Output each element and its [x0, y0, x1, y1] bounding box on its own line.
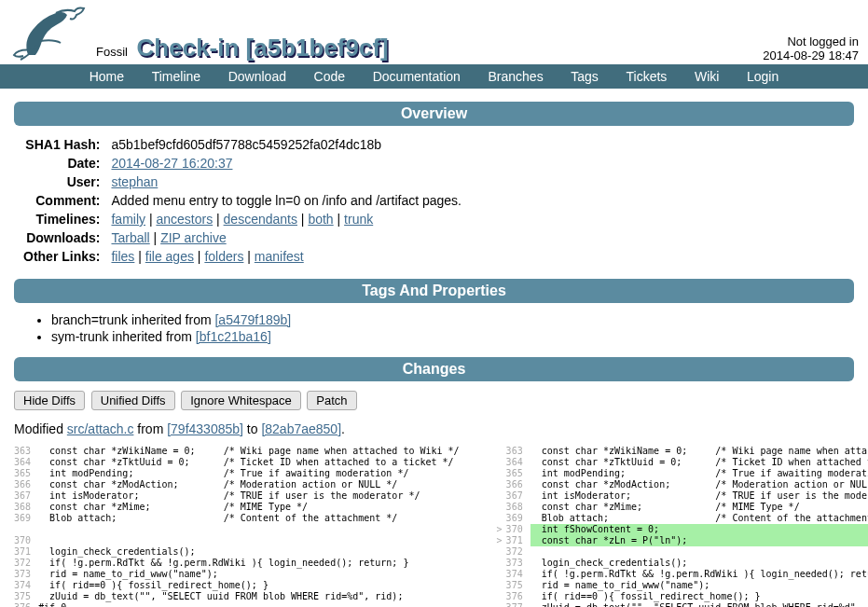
diff-left-code: const char *zWikiName = 0; /* Wiki page … [38, 446, 460, 607]
nav-branches[interactable]: Branches [489, 69, 544, 84]
header: Fossil Check-in [a5b1bef9cf] Not logged … [0, 0, 868, 64]
diff-view: 363364365366367368369 370371372373374375… [14, 446, 854, 607]
downloads-value: Tarball | ZIP archive [111, 228, 467, 247]
ol-files[interactable]: files [111, 249, 134, 264]
nav-code[interactable]: Code [314, 69, 345, 84]
downloads-label: Downloads: [23, 228, 111, 247]
diff-left-linenums: 363364365366367368369 370371372373374375… [14, 446, 38, 607]
logo-area: Fossil Check-in [a5b1bef9cf] [9, 4, 389, 64]
overview-header: Overview [14, 102, 854, 126]
nav-login[interactable]: Login [747, 69, 778, 84]
comment-value: Added menu entry to toggle ln=0 on /info… [111, 191, 467, 210]
main-nav: Home Timeline Download Code Documentatio… [0, 64, 868, 89]
fossil-logo-icon [9, 4, 89, 64]
diff-controls: Hide Diffs Unified Diffs Ignore Whitespa… [14, 391, 854, 410]
ol-folders[interactable]: folders [204, 249, 243, 264]
nav-wiki[interactable]: Wiki [695, 69, 719, 84]
changes-header: Changes [14, 357, 854, 381]
tl-both[interactable]: both [308, 212, 333, 227]
date-label: Date: [23, 154, 111, 172]
timelines-value: family | ancestors | descendants | both … [111, 210, 467, 228]
tag-branch-hash[interactable]: [a5479f189b] [214, 312, 291, 327]
overview-table: SHA1 Hash: a5b1bef9cfd605df57788c5459252… [23, 135, 467, 266]
other-links-value: files | file ages | folders | manifest [111, 247, 467, 266]
fossil-label: Fossil [96, 45, 128, 59]
comment-label: Comment: [23, 191, 111, 210]
page-title: Check-in [a5b1bef9cf] [137, 34, 389, 62]
nav-download[interactable]: Download [228, 69, 286, 84]
to-hash-link[interactable]: [82ab7ae850] [261, 421, 341, 436]
tl-descendants[interactable]: descendants [224, 212, 297, 227]
dl-tarball[interactable]: Tarball [111, 230, 149, 245]
modified-file-link[interactable]: src/attach.c [67, 421, 134, 436]
nav-timeline[interactable]: Timeline [152, 69, 200, 84]
diff-right: >> 3633643653663673683693703713723733743… [497, 446, 868, 607]
not-logged-in: Not logged in [763, 34, 859, 48]
timelines-label: Timelines: [23, 210, 111, 228]
ol-manifest[interactable]: manifest [255, 249, 304, 264]
dl-zip[interactable]: ZIP archive [160, 230, 227, 245]
sha1-label: SHA1 Hash: [23, 135, 111, 154]
server-time: 2014-08-29 18:47 [763, 48, 859, 62]
tag-sym-hash[interactable]: [bf1c21ba16] [196, 329, 271, 344]
tl-trunk[interactable]: trunk [344, 212, 373, 227]
sha1-value: a5b1bef9cfd605df57788c5459252fa02f4dc18b [111, 135, 467, 154]
from-hash-link[interactable]: [79f433085b] [167, 421, 243, 436]
nav-documentation[interactable]: Documentation [373, 69, 461, 84]
ignore-whitespace-button[interactable]: Ignore Whitespace [181, 391, 300, 410]
ol-fileages[interactable]: file ages [145, 249, 194, 264]
hide-diffs-button[interactable]: Hide Diffs [14, 391, 85, 410]
tl-family[interactable]: family [111, 212, 145, 227]
diff-left: 363364365366367368369 370371372373374375… [14, 446, 460, 607]
tag-branch: branch=trunk inherited from [a5479f189b] [51, 312, 854, 327]
diff-right-linenums: 3633643653663673683693703713723733743753… [506, 446, 530, 607]
tags-list: branch=trunk inherited from [a5479f189b]… [14, 312, 854, 344]
modified-file-line: Modified src/attach.c from [79f433085b] … [14, 421, 854, 436]
tl-ancestors[interactable]: ancestors [156, 212, 213, 227]
nav-home[interactable]: Home [90, 69, 124, 84]
user-link[interactable]: stephan [111, 174, 158, 189]
diff-right-markers: >> [497, 446, 506, 607]
unified-diffs-button[interactable]: Unified Diffs [91, 391, 175, 410]
nav-tags[interactable]: Tags [571, 69, 599, 84]
tag-sym: sym-trunk inherited from [bf1c21ba16] [51, 329, 854, 344]
patch-button[interactable]: Patch [307, 391, 356, 410]
other-links-label: Other Links: [23, 247, 111, 266]
date-link[interactable]: 2014-08-27 16:20:37 [111, 156, 232, 171]
tags-header: Tags And Properties [14, 279, 854, 303]
nav-tickets[interactable]: Tickets [626, 69, 667, 84]
user-label: User: [23, 172, 111, 191]
login-status: Not logged in 2014-08-29 18:47 [763, 34, 859, 64]
diff-right-code: const char *zWikiName = 0; /* Wiki page … [530, 446, 868, 607]
